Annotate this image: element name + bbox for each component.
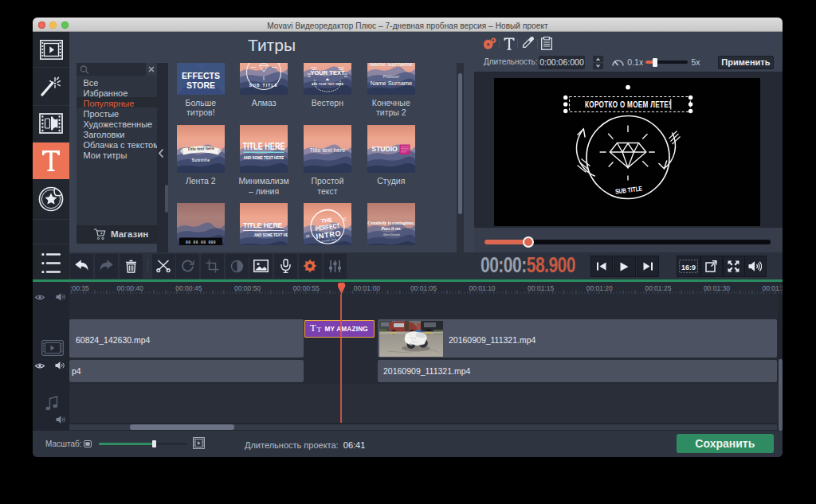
svg-text:STORE: STORE [186,80,215,90]
svg-text:TITLE HERE: TITLE HERE [243,221,282,230]
svg-text:EFFECTS: EFFECTS [182,71,220,80]
svg-text:STUDIO: STUDIO [371,145,398,154]
svg-text:Title text here: Title text here [187,146,214,151]
svg-text:Title text here: Title text here [310,147,346,154]
svg-text:16:9: 16:9 [681,264,696,272]
svg-text:КОРОТКО О МОЕМ ЛЕТЕ!: КОРОТКО О МОЕМ ЛЕТЕ! [585,100,671,109]
svg-text:SUB TITLE: SUB TITLE [249,84,278,88]
svg-text:00 00 00 000: 00 00 00 000 [186,240,216,244]
svg-text:Subtitle: Subtitle [191,158,210,162]
svg-text:Producer: Producer [383,74,400,79]
svg-text:AND SOME TEXT HERE: AND SOME TEXT HERE [244,154,284,160]
svg-text:Name Surname: Name Surname [371,80,413,87]
svg-text:TITLE HERE: TITLE HERE [243,141,285,152]
svg-text:Pass it on.: Pass it on. [381,226,402,231]
svg-text:Name Surname: Name Surname [370,63,414,68]
svg-text:AND SOME TEXT HERE: AND SOME TEXT HERE [254,233,288,237]
svg-text:YOUR TEXT: YOUR TEXT [311,69,345,76]
svg-text:Albert Einstein: Albert Einstein [382,233,400,236]
svg-text:SUB TITLE: SUB TITLE [615,184,643,195]
svg-text:AND YOUR TEXT HERE: AND YOUR TEXT HERE [312,83,343,86]
svg-text:Creativity is contagious.: Creativity is contagious. [367,221,415,225]
